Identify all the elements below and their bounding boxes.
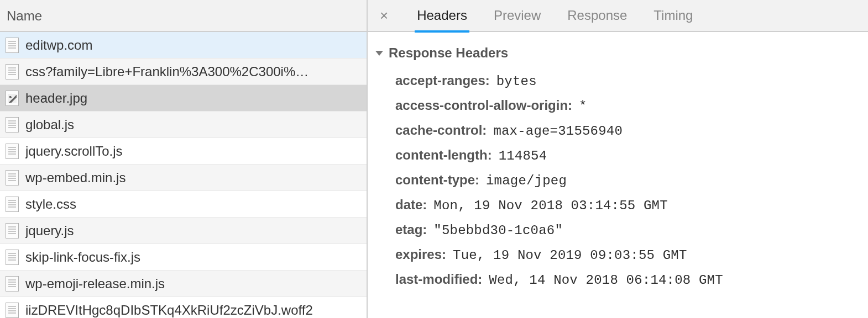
column-header-name[interactable]: Name bbox=[0, 0, 367, 32]
header-value: Mon, 19 Nov 2018 03:14:55 GMT bbox=[433, 198, 667, 213]
request-name-label: header.jpg bbox=[25, 91, 87, 106]
document-file-icon bbox=[6, 303, 19, 318]
table-row[interactable]: iizDREVItHgc8qDIbSTKq4XkRiUf2zcZiVbJ.wof… bbox=[0, 297, 367, 318]
header-row: date:Mon, 19 Nov 2018 03:14:55 GMT bbox=[375, 193, 860, 218]
request-name-label: wp-embed.min.js bbox=[25, 170, 126, 186]
table-row[interactable]: style.css bbox=[0, 191, 367, 218]
header-value: * bbox=[579, 99, 587, 114]
devtools-network-panel: Name editwp.comcss?family=Libre+Franklin… bbox=[0, 0, 868, 318]
detail-tabs: × Headers Preview Response Timing bbox=[368, 0, 868, 32]
document-file-icon bbox=[6, 38, 19, 53]
table-row[interactable]: header.jpg bbox=[0, 85, 367, 112]
document-file-icon bbox=[6, 117, 19, 132]
header-row: cache-control:max-age=31556940 bbox=[375, 118, 860, 143]
disclosure-triangle-icon bbox=[375, 51, 383, 56]
table-row[interactable]: css?family=Libre+Franklin%3A300%2C300i%… bbox=[0, 59, 367, 85]
document-file-icon bbox=[6, 223, 19, 239]
table-row[interactable]: jquery.scrollTo.js bbox=[0, 138, 367, 165]
document-file-icon bbox=[6, 144, 19, 159]
header-key: access-control-allow-origin: bbox=[395, 98, 572, 113]
tab-preview[interactable]: Preview bbox=[491, 0, 543, 31]
request-name-label: iizDREVItHgc8qDIbSTKq4XkRiUf2zcZiVbJ.wof… bbox=[25, 303, 313, 318]
document-file-icon bbox=[6, 170, 19, 186]
request-name-label: jquery.js bbox=[25, 223, 74, 239]
tab-timing[interactable]: Timing bbox=[651, 0, 695, 31]
header-value: Wed, 14 Nov 2018 06:14:08 GMT bbox=[489, 273, 723, 288]
header-key: last-modified: bbox=[395, 272, 482, 287]
header-value: Tue, 19 Nov 2019 09:03:55 GMT bbox=[453, 248, 687, 263]
header-key: accept-ranges: bbox=[395, 73, 490, 88]
header-row: accept-ranges:bytes bbox=[375, 68, 860, 93]
close-icon[interactable]: × bbox=[375, 5, 393, 26]
document-file-icon bbox=[6, 276, 19, 292]
header-key: content-type: bbox=[395, 172, 479, 188]
table-row[interactable]: wp-emoji-release.min.js bbox=[0, 271, 367, 297]
table-row[interactable]: jquery.js bbox=[0, 218, 367, 244]
response-headers-list: accept-ranges:bytesaccess-control-allow-… bbox=[375, 68, 860, 292]
tab-response[interactable]: Response bbox=[565, 0, 629, 31]
header-value: 114854 bbox=[499, 149, 547, 163]
document-file-icon bbox=[6, 64, 19, 80]
header-key: content-length: bbox=[395, 147, 492, 163]
headers-detail: Response Headers accept-ranges:bytesacce… bbox=[368, 32, 868, 318]
tab-headers[interactable]: Headers bbox=[415, 0, 469, 31]
header-value: image/jpeg bbox=[486, 173, 567, 188]
header-key: cache-control: bbox=[395, 123, 487, 138]
header-row: expires:Tue, 19 Nov 2019 09:03:55 GMT bbox=[375, 242, 860, 267]
header-value: "5bebbd30-1c0a6" bbox=[433, 223, 563, 238]
request-name-label: skip-link-focus-fix.js bbox=[25, 250, 140, 265]
request-name-label: css?family=Libre+Franklin%3A300%2C300i%… bbox=[25, 64, 308, 80]
table-row[interactable]: editwp.com bbox=[0, 32, 367, 59]
header-key: expires: bbox=[395, 247, 446, 262]
request-detail-panel: × Headers Preview Response Timing Respon… bbox=[368, 0, 868, 318]
request-name-label: wp-emoji-release.min.js bbox=[25, 276, 165, 292]
image-file-icon bbox=[6, 91, 19, 106]
table-row[interactable]: skip-link-focus-fix.js bbox=[0, 244, 367, 271]
header-row: content-type:image/jpeg bbox=[375, 168, 860, 193]
request-name-label: editwp.com bbox=[25, 38, 92, 53]
request-name-label: style.css bbox=[25, 197, 76, 212]
table-row[interactable]: wp-embed.min.js bbox=[0, 165, 367, 191]
header-row: content-length:114854 bbox=[375, 143, 860, 168]
header-key: date: bbox=[395, 197, 427, 213]
response-headers-section[interactable]: Response Headers bbox=[375, 45, 860, 61]
document-file-icon bbox=[6, 250, 19, 265]
document-file-icon bbox=[6, 197, 19, 212]
header-key: etag: bbox=[395, 222, 427, 237]
header-row: access-control-allow-origin:* bbox=[375, 93, 860, 118]
request-name-label: jquery.scrollTo.js bbox=[25, 144, 123, 159]
header-row: last-modified:Wed, 14 Nov 2018 06:14:08 … bbox=[375, 267, 860, 292]
request-list: editwp.comcss?family=Libre+Franklin%3A30… bbox=[0, 32, 367, 318]
header-value: max-age=31556940 bbox=[493, 124, 623, 139]
table-row[interactable]: global.js bbox=[0, 112, 367, 138]
request-list-panel: Name editwp.comcss?family=Libre+Franklin… bbox=[0, 0, 368, 318]
section-title-label: Response Headers bbox=[389, 45, 508, 61]
header-row: etag:"5bebbd30-1c0a6" bbox=[375, 218, 860, 242]
header-value: bytes bbox=[496, 74, 537, 89]
request-name-label: global.js bbox=[25, 117, 74, 132]
